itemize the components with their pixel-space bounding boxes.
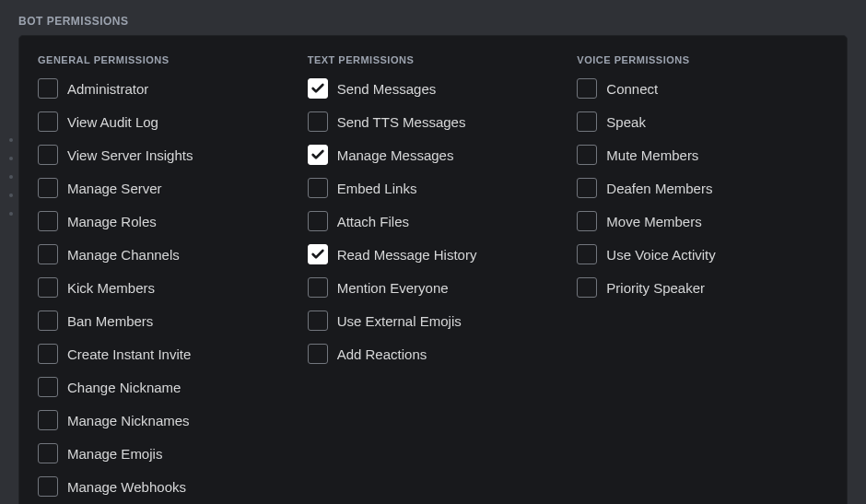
checkbox-view-server-insights[interactable] [38, 145, 58, 165]
permission-deafen-members[interactable]: Deafen Members [577, 178, 828, 198]
permission-manage-messages[interactable]: Manage Messages [308, 145, 559, 165]
permission-kick-members[interactable]: Kick Members [38, 277, 289, 298]
column-title: GENERAL PERMISSIONS [38, 54, 289, 65]
checkbox-deafen-members[interactable] [577, 178, 597, 198]
checkbox-manage-roles[interactable] [38, 211, 58, 231]
permission-label: Create Instant Invite [67, 346, 191, 362]
permission-manage-nicknames[interactable]: Manage Nicknames [38, 410, 289, 430]
permission-manage-emojis[interactable]: Manage Emojis [38, 443, 289, 463]
permission-view-audit-log[interactable]: View Audit Log [38, 111, 289, 132]
permission-change-nickname[interactable]: Change Nickname [38, 377, 289, 397]
permission-label: Mute Members [606, 147, 698, 163]
checkbox-read-message-history[interactable] [308, 244, 328, 264]
checkbox-manage-messages[interactable] [308, 145, 328, 165]
dot-icon [9, 157, 13, 160]
permission-label: Embed Links [337, 181, 417, 196]
permission-manage-webhooks[interactable]: Manage Webhooks [38, 476, 289, 497]
dot-icon [9, 138, 13, 142]
checkbox-speak[interactable] [577, 111, 597, 132]
checkbox-change-nickname[interactable] [38, 377, 58, 397]
sidebar-dots [9, 138, 13, 216]
permission-connect[interactable]: Connect [577, 78, 828, 99]
permission-administrator[interactable]: Administrator [38, 78, 289, 99]
checkbox-create-instant-invite[interactable] [38, 344, 58, 364]
permission-label: Send TTS Messages [337, 114, 466, 130]
permission-label: Kick Members [67, 280, 155, 296]
checkbox-send-tts-messages[interactable] [308, 111, 328, 132]
permissions-column-general-permissions: GENERAL PERMISSIONSAdministratorView Aud… [38, 54, 289, 504]
permission-create-instant-invite[interactable]: Create Instant Invite [38, 344, 289, 364]
permission-send-tts-messages[interactable]: Send TTS Messages [308, 111, 559, 132]
checkbox-send-messages[interactable] [308, 78, 328, 99]
column-title: TEXT PERMISSIONS [308, 54, 559, 65]
permission-view-server-insights[interactable]: View Server Insights [38, 145, 289, 165]
permission-label: Change Nickname [67, 380, 181, 395]
checkbox-move-members[interactable] [577, 211, 597, 231]
permission-label: Administrator [67, 81, 148, 97]
permission-mention-everyone[interactable]: Mention Everyone [308, 277, 559, 298]
permission-label: Manage Webhooks [67, 479, 186, 495]
permission-label: Deafen Members [606, 181, 712, 196]
dot-icon [9, 193, 13, 197]
checkbox-add-reactions[interactable] [308, 344, 328, 364]
permission-send-messages[interactable]: Send Messages [308, 78, 559, 99]
permission-label: Read Message History [337, 247, 477, 263]
checkbox-manage-emojis[interactable] [38, 443, 58, 463]
permission-label: Use External Emojis [337, 313, 462, 329]
permission-label: Speak [606, 114, 646, 130]
checkbox-manage-nicknames[interactable] [38, 410, 58, 430]
permission-manage-server[interactable]: Manage Server [38, 178, 289, 198]
permission-priority-speaker[interactable]: Priority Speaker [577, 277, 828, 298]
permission-label: Ban Members [67, 313, 153, 329]
checkbox-use-external-emojis[interactable] [308, 311, 328, 331]
permission-label: Manage Roles [67, 214, 157, 229]
checkbox-manage-server[interactable] [38, 178, 58, 198]
checkbox-embed-links[interactable] [308, 178, 328, 198]
permission-read-message-history[interactable]: Read Message History [308, 244, 559, 264]
permission-label: Manage Channels [67, 247, 180, 263]
permission-label: Manage Messages [337, 147, 454, 163]
permission-label: Priority Speaker [606, 280, 705, 296]
checkbox-manage-channels[interactable] [38, 244, 58, 264]
permission-label: Use Voice Activity [606, 247, 715, 263]
checkbox-ban-members[interactable] [38, 311, 58, 331]
dot-icon [9, 175, 13, 179]
checkbox-mention-everyone[interactable] [308, 277, 328, 298]
permission-label: View Audit Log [67, 114, 158, 130]
permission-move-members[interactable]: Move Members [577, 211, 828, 231]
checkbox-administrator[interactable] [38, 78, 58, 99]
permission-label: View Server Insights [67, 147, 193, 163]
permissions-column-voice-permissions: VOICE PERMISSIONSConnectSpeakMute Member… [577, 54, 828, 504]
permission-ban-members[interactable]: Ban Members [38, 311, 289, 331]
permission-label: Manage Emojis [67, 446, 162, 462]
permissions-column-text-permissions: TEXT PERMISSIONSSend MessagesSend TTS Me… [308, 54, 559, 504]
permission-label: Move Members [606, 214, 701, 229]
checkbox-view-audit-log[interactable] [38, 111, 58, 132]
permission-embed-links[interactable]: Embed Links [308, 178, 559, 198]
permission-label: Manage Server [67, 181, 162, 196]
checkbox-priority-speaker[interactable] [577, 277, 597, 298]
permission-manage-roles[interactable]: Manage Roles [38, 211, 289, 231]
permission-label: Send Messages [337, 81, 437, 97]
permission-manage-channels[interactable]: Manage Channels [38, 244, 289, 264]
permission-label: Attach Files [337, 214, 409, 229]
checkbox-mute-members[interactable] [577, 145, 597, 165]
permission-attach-files[interactable]: Attach Files [308, 211, 559, 231]
permission-label: Manage Nicknames [67, 413, 190, 428]
section-title: BOT PERMISSIONS [0, 0, 866, 35]
checkbox-use-voice-activity[interactable] [577, 244, 597, 264]
permission-use-voice-activity[interactable]: Use Voice Activity [577, 244, 828, 264]
permission-mute-members[interactable]: Mute Members [577, 145, 828, 165]
checkbox-manage-webhooks[interactable] [38, 476, 58, 497]
checkbox-kick-members[interactable] [38, 277, 58, 298]
dot-icon [9, 212, 13, 216]
checkbox-attach-files[interactable] [308, 211, 328, 231]
permission-label: Mention Everyone [337, 280, 449, 296]
permission-speak[interactable]: Speak [577, 111, 828, 132]
permission-add-reactions[interactable]: Add Reactions [308, 344, 559, 364]
permission-label: Connect [606, 81, 658, 97]
permission-label: Add Reactions [337, 346, 427, 362]
permission-use-external-emojis[interactable]: Use External Emojis [308, 311, 559, 331]
permissions-panel: GENERAL PERMISSIONSAdministratorView Aud… [18, 35, 848, 504]
checkbox-connect[interactable] [577, 78, 597, 99]
